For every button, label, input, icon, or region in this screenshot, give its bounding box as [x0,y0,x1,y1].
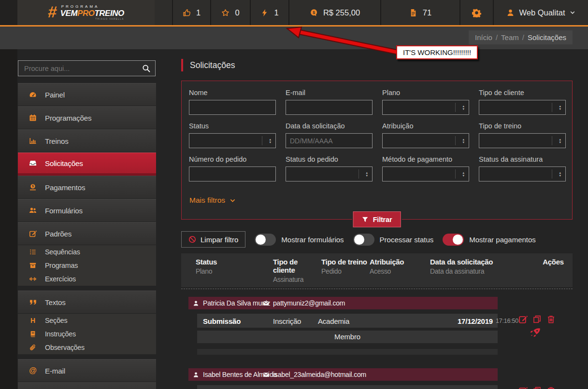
person-icon [506,9,515,17]
dumbbell-icon [28,276,38,282]
process-status-toggle-label: Processar status [380,236,434,244]
more-filters-link[interactable]: Mais filtros [189,196,236,205]
sidebar-item-label: Treinos [45,137,69,145]
user-menu[interactable]: Web Qualitat [493,0,588,25]
sidebar-item-sequencias[interactable]: Sequências [18,245,156,259]
sidebar-item-formularios[interactable]: Formulários [18,199,156,222]
filter-atribuicao-select[interactable] [382,133,469,148]
sidebar-item-pagamentos[interactable]: $Pagamentos [18,176,156,199]
topbar-stat-document[interactable]: 71 [380,0,459,25]
column-header-line1: Tipo de treino [321,258,370,266]
sidebar-item-observacoes[interactable]: Observações [18,341,156,354]
settings-button[interactable] [459,0,493,25]
breadcrumb-item-2[interactable]: Team [501,33,519,42]
column-header-line2: Pedido [321,267,370,275]
sidebar-item-instrucoes[interactable]: Instruções [18,327,156,341]
sidebar-item-padroes[interactable]: Padrões [18,222,156,245]
user-name: Web Qualitat [519,8,565,17]
filter-label-metodo-de-pagamento: Método de pagamento [382,155,469,163]
filter-tipo-de-treino-select[interactable] [479,133,566,148]
filter-label-atribuicao: Atribuição [382,122,469,130]
sidebar-item-treinos[interactable]: Treinos [18,129,156,153]
delete-action-icon[interactable] [546,386,556,389]
svg-text:$: $ [313,10,315,14]
duplicate-action-icon[interactable] [532,315,542,324]
row-actions [518,315,572,339]
sidebar-item-secoes[interactable]: HSeções [18,314,156,327]
filter-status-do-pedido-select[interactable] [286,167,373,181]
document-icon [409,9,417,17]
column-header-1: StatusPlano [196,258,273,283]
row-date: 17/12/201917:16:50 [458,317,493,325]
dashboard-icon [28,91,38,98]
sidebar-item-programacoes[interactable]: Programações [18,106,156,129]
thumbs-up-icon [183,9,191,17]
person-icon [193,372,199,378]
show-payments-toggle-group: Mostrar pagamentos [443,234,536,246]
sidebar-item-programas[interactable]: Programas [18,259,156,272]
sidebar-item-solicitacoes[interactable]: Solicitações [18,153,156,176]
funnel-icon [362,216,369,223]
filter-field-plano: Plano [382,89,469,115]
column-header-3: Tipo de treinoPedido [321,258,370,283]
edit-action-icon[interactable] [518,386,528,389]
quote-icon [28,298,38,306]
sidebar-item-exercicios[interactable]: Exercícios [18,272,156,286]
page-title: Solicitações [190,60,235,70]
show-forms-toggle-group: Mostrar formulários [255,234,344,246]
topbar-stat-lightning[interactable]: 1 [250,0,288,25]
column-header-line2: Assinatura [273,276,321,283]
list-toolbar: Limpar filtro Mostrar formuláriosProcess… [181,231,573,248]
sidebar-item-label: Programas [45,262,78,269]
show-forms-toggle[interactable] [255,234,276,246]
process-status-toggle[interactable] [353,234,374,246]
duplicate-action-icon[interactable] [532,386,542,389]
show-payments-toggle[interactable] [443,234,464,246]
sidebar-item-textos[interactable]: Textos [18,291,156,314]
filter-numero-do-pedido-input[interactable] [189,167,276,181]
filter-label-email: E-mail [286,89,373,97]
edit-action-icon[interactable] [518,315,528,324]
filter-plano-select[interactable] [382,100,469,115]
sidebar-item-email[interactable]: @E-mail [18,359,156,382]
row-client-type: Inscrição [273,317,301,325]
breadcrumb-band: Início/Team/Solicitações [0,27,588,49]
app-logo[interactable]: # PROGRAMA VEMPROTREINO THIAGO VARELLA [17,0,155,25]
delete-action-icon[interactable] [546,315,556,324]
filter-field-nome: Nome [189,89,276,115]
breadcrumb-item-1[interactable]: Início [475,33,492,42]
sidebar-item-painel[interactable]: Painel [18,83,156,106]
column-header-line1: Ações [534,258,573,266]
filter-tipo-de-cliente-select[interactable] [479,100,566,115]
filter-status-select[interactable] [189,133,276,148]
filter-field-tipo-de-cliente: Tipo de cliente [479,89,566,115]
main-content: Solicitações NomeE-mailPlanoTipo de clie… [181,49,573,389]
calendar-icon [28,114,38,122]
envelope-icon [263,372,269,378]
topbar-stat-star[interactable]: 0 [210,0,250,25]
filter-data-da-solicitacao-input[interactable] [286,133,373,148]
search-icon[interactable] [137,64,155,72]
search-input[interactable] [18,65,137,72]
row-status: Submissão [203,317,241,325]
clear-filter-button[interactable]: Limpar filtro [181,231,245,248]
filter-nome-input[interactable] [189,100,276,115]
filter-button[interactable]: Filtrar [353,211,401,227]
sidebar-menu: PainelProgramaçõesTreinosSolicitações$Pa… [18,83,156,389]
filter-metodo-de-pagamento-select[interactable] [382,167,469,181]
topbar-stat-money[interactable]: $R$ 255,00 [288,0,380,25]
column-header-line1: Data da solicitação [430,258,534,266]
column-header-4: AtribuiçãoAcesso [370,258,430,283]
filter-field-metodo-de-pagamento: Método de pagamento [382,155,469,181]
chevron-down-icon [570,10,575,15]
toggle-knob [453,235,463,245]
table-row: Isabel Bentes de Almeidaisabel_23almeida… [181,368,573,389]
launch-action-icon[interactable] [530,327,541,338]
column-header-line1: Tipo de cliente [273,258,321,274]
annotation-note: IT'S WORKING!!!!!!!!! [396,45,478,59]
filter-email-input[interactable] [286,100,373,115]
sidebar-item-interacoes[interactable]: Interações [18,382,156,389]
topbar-stat-thumbs-up[interactable]: 1 [172,0,210,25]
breadcrumb-separator: / [522,33,524,42]
filter-status-da-assinatura-select[interactable] [479,167,566,181]
